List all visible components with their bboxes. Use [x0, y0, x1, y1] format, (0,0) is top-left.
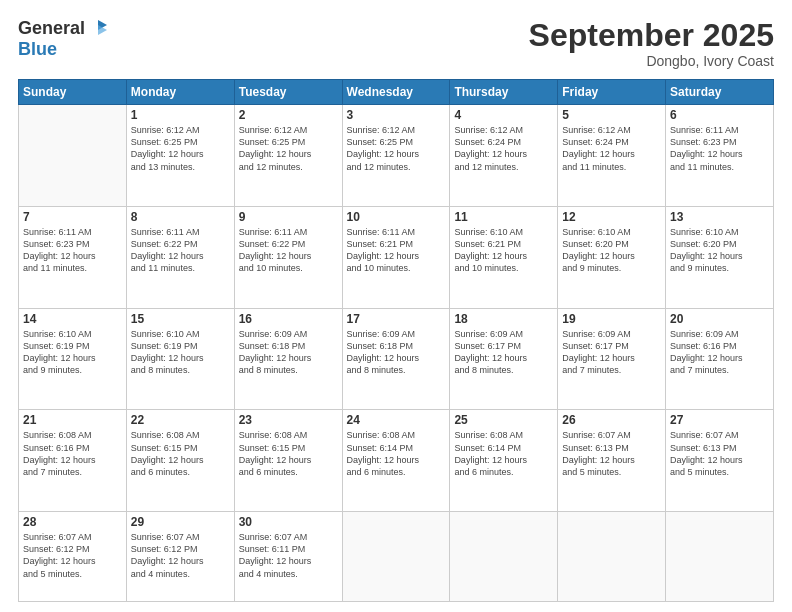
day-number: 19 [562, 312, 661, 326]
day-info: Sunrise: 6:07 AM Sunset: 6:12 PM Dayligh… [131, 531, 230, 580]
calendar-cell: 20Sunrise: 6:09 AM Sunset: 6:16 PM Dayli… [666, 308, 774, 410]
day-number: 30 [239, 515, 338, 529]
day-number: 6 [670, 108, 769, 122]
day-info: Sunrise: 6:11 AM Sunset: 6:22 PM Dayligh… [239, 226, 338, 275]
calendar-cell [558, 512, 666, 602]
calendar-cell: 21Sunrise: 6:08 AM Sunset: 6:16 PM Dayli… [19, 410, 127, 512]
day-info: Sunrise: 6:09 AM Sunset: 6:18 PM Dayligh… [347, 328, 446, 377]
logo-icon [87, 17, 109, 39]
day-number: 18 [454, 312, 553, 326]
day-info: Sunrise: 6:07 AM Sunset: 6:13 PM Dayligh… [562, 429, 661, 478]
calendar-cell: 11Sunrise: 6:10 AM Sunset: 6:21 PM Dayli… [450, 206, 558, 308]
day-info: Sunrise: 6:08 AM Sunset: 6:15 PM Dayligh… [239, 429, 338, 478]
calendar-cell [342, 512, 450, 602]
day-number: 14 [23, 312, 122, 326]
calendar-cell: 23Sunrise: 6:08 AM Sunset: 6:15 PM Dayli… [234, 410, 342, 512]
day-number: 24 [347, 413, 446, 427]
day-number: 11 [454, 210, 553, 224]
day-number: 7 [23, 210, 122, 224]
day-number: 20 [670, 312, 769, 326]
calendar-cell: 26Sunrise: 6:07 AM Sunset: 6:13 PM Dayli… [558, 410, 666, 512]
day-info: Sunrise: 6:12 AM Sunset: 6:24 PM Dayligh… [562, 124, 661, 173]
day-info: Sunrise: 6:12 AM Sunset: 6:25 PM Dayligh… [131, 124, 230, 173]
day-number: 17 [347, 312, 446, 326]
calendar-cell: 27Sunrise: 6:07 AM Sunset: 6:13 PM Dayli… [666, 410, 774, 512]
day-number: 25 [454, 413, 553, 427]
day-info: Sunrise: 6:10 AM Sunset: 6:20 PM Dayligh… [562, 226, 661, 275]
day-number: 16 [239, 312, 338, 326]
col-header-tuesday: Tuesday [234, 80, 342, 105]
calendar-cell: 29Sunrise: 6:07 AM Sunset: 6:12 PM Dayli… [126, 512, 234, 602]
col-header-thursday: Thursday [450, 80, 558, 105]
col-header-sunday: Sunday [19, 80, 127, 105]
calendar-cell: 22Sunrise: 6:08 AM Sunset: 6:15 PM Dayli… [126, 410, 234, 512]
calendar-week-row: 7Sunrise: 6:11 AM Sunset: 6:23 PM Daylig… [19, 206, 774, 308]
day-number: 21 [23, 413, 122, 427]
title-block: September 2025 Dongbo, Ivory Coast [529, 18, 774, 69]
day-number: 15 [131, 312, 230, 326]
calendar-cell: 18Sunrise: 6:09 AM Sunset: 6:17 PM Dayli… [450, 308, 558, 410]
day-number: 1 [131, 108, 230, 122]
calendar-cell: 28Sunrise: 6:07 AM Sunset: 6:12 PM Dayli… [19, 512, 127, 602]
day-info: Sunrise: 6:11 AM Sunset: 6:21 PM Dayligh… [347, 226, 446, 275]
day-info: Sunrise: 6:08 AM Sunset: 6:15 PM Dayligh… [131, 429, 230, 478]
day-info: Sunrise: 6:08 AM Sunset: 6:16 PM Dayligh… [23, 429, 122, 478]
logo-general-text: General [18, 18, 85, 39]
month-title: September 2025 [529, 18, 774, 53]
calendar-cell: 6Sunrise: 6:11 AM Sunset: 6:23 PM Daylig… [666, 105, 774, 207]
calendar-cell: 16Sunrise: 6:09 AM Sunset: 6:18 PM Dayli… [234, 308, 342, 410]
day-number: 5 [562, 108, 661, 122]
day-info: Sunrise: 6:10 AM Sunset: 6:19 PM Dayligh… [131, 328, 230, 377]
calendar-cell [450, 512, 558, 602]
calendar-cell: 19Sunrise: 6:09 AM Sunset: 6:17 PM Dayli… [558, 308, 666, 410]
day-info: Sunrise: 6:11 AM Sunset: 6:23 PM Dayligh… [23, 226, 122, 275]
calendar-week-row: 28Sunrise: 6:07 AM Sunset: 6:12 PM Dayli… [19, 512, 774, 602]
calendar-cell: 3Sunrise: 6:12 AM Sunset: 6:25 PM Daylig… [342, 105, 450, 207]
day-number: 28 [23, 515, 122, 529]
day-number: 10 [347, 210, 446, 224]
calendar-cell: 8Sunrise: 6:11 AM Sunset: 6:22 PM Daylig… [126, 206, 234, 308]
calendar-cell: 25Sunrise: 6:08 AM Sunset: 6:14 PM Dayli… [450, 410, 558, 512]
calendar-week-row: 14Sunrise: 6:10 AM Sunset: 6:19 PM Dayli… [19, 308, 774, 410]
day-info: Sunrise: 6:10 AM Sunset: 6:21 PM Dayligh… [454, 226, 553, 275]
calendar-cell [19, 105, 127, 207]
day-info: Sunrise: 6:12 AM Sunset: 6:24 PM Dayligh… [454, 124, 553, 173]
day-info: Sunrise: 6:09 AM Sunset: 6:18 PM Dayligh… [239, 328, 338, 377]
day-info: Sunrise: 6:10 AM Sunset: 6:20 PM Dayligh… [670, 226, 769, 275]
calendar-cell: 15Sunrise: 6:10 AM Sunset: 6:19 PM Dayli… [126, 308, 234, 410]
col-header-wednesday: Wednesday [342, 80, 450, 105]
day-number: 26 [562, 413, 661, 427]
day-number: 2 [239, 108, 338, 122]
logo: General Blue [18, 18, 109, 60]
calendar-cell: 4Sunrise: 6:12 AM Sunset: 6:24 PM Daylig… [450, 105, 558, 207]
day-number: 3 [347, 108, 446, 122]
location: Dongbo, Ivory Coast [529, 53, 774, 69]
calendar-week-row: 1Sunrise: 6:12 AM Sunset: 6:25 PM Daylig… [19, 105, 774, 207]
logo-blue-text: Blue [18, 39, 57, 59]
calendar-cell: 30Sunrise: 6:07 AM Sunset: 6:11 PM Dayli… [234, 512, 342, 602]
day-number: 4 [454, 108, 553, 122]
day-info: Sunrise: 6:12 AM Sunset: 6:25 PM Dayligh… [239, 124, 338, 173]
day-info: Sunrise: 6:09 AM Sunset: 6:17 PM Dayligh… [454, 328, 553, 377]
day-number: 12 [562, 210, 661, 224]
calendar-cell: 24Sunrise: 6:08 AM Sunset: 6:14 PM Dayli… [342, 410, 450, 512]
day-info: Sunrise: 6:08 AM Sunset: 6:14 PM Dayligh… [454, 429, 553, 478]
day-info: Sunrise: 6:07 AM Sunset: 6:13 PM Dayligh… [670, 429, 769, 478]
day-info: Sunrise: 6:11 AM Sunset: 6:23 PM Dayligh… [670, 124, 769, 173]
day-number: 13 [670, 210, 769, 224]
col-header-monday: Monday [126, 80, 234, 105]
calendar-table: SundayMondayTuesdayWednesdayThursdayFrid… [18, 79, 774, 602]
day-number: 29 [131, 515, 230, 529]
calendar-cell: 12Sunrise: 6:10 AM Sunset: 6:20 PM Dayli… [558, 206, 666, 308]
calendar-cell: 5Sunrise: 6:12 AM Sunset: 6:24 PM Daylig… [558, 105, 666, 207]
day-info: Sunrise: 6:07 AM Sunset: 6:12 PM Dayligh… [23, 531, 122, 580]
calendar-cell: 7Sunrise: 6:11 AM Sunset: 6:23 PM Daylig… [19, 206, 127, 308]
day-info: Sunrise: 6:12 AM Sunset: 6:25 PM Dayligh… [347, 124, 446, 173]
calendar-cell: 13Sunrise: 6:10 AM Sunset: 6:20 PM Dayli… [666, 206, 774, 308]
calendar-week-row: 21Sunrise: 6:08 AM Sunset: 6:16 PM Dayli… [19, 410, 774, 512]
day-number: 22 [131, 413, 230, 427]
calendar-cell: 17Sunrise: 6:09 AM Sunset: 6:18 PM Dayli… [342, 308, 450, 410]
calendar-header-row: SundayMondayTuesdayWednesdayThursdayFrid… [19, 80, 774, 105]
day-number: 9 [239, 210, 338, 224]
col-header-friday: Friday [558, 80, 666, 105]
